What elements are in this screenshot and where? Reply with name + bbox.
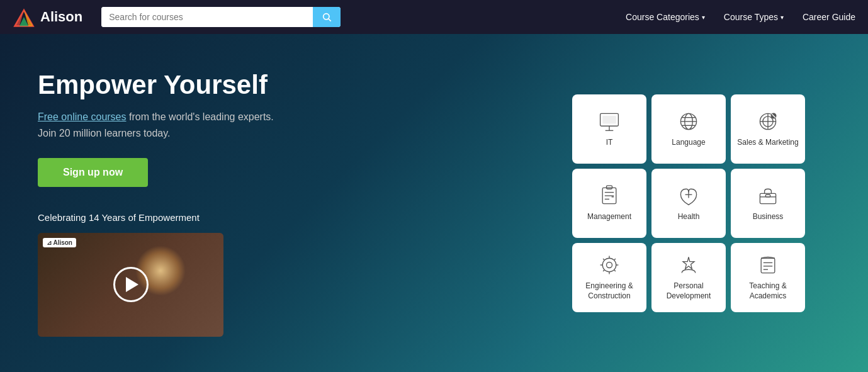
svg-line-40 <box>614 259 616 260</box>
chevron-down-icon: ▾ <box>702 14 705 21</box>
svg-point-33 <box>607 262 612 268</box>
sales-marketing-label: Sales & Marketing <box>737 138 798 148</box>
career-guide-label: Career Guide <box>803 12 855 22</box>
management-label: Management <box>587 212 631 222</box>
celebrating-text: Celebrating 14 Years of Empowerment <box>38 212 415 223</box>
hero-section: Empower Yourself Free online courses fro… <box>0 34 868 372</box>
signup-button[interactable]: Sign up now <box>38 158 148 187</box>
category-health[interactable]: Health <box>651 169 726 238</box>
teaching-label: Teaching & Academics <box>737 281 799 301</box>
category-engineering[interactable]: Engineering & Construction <box>572 243 646 312</box>
course-categories-label: Course Categories <box>626 12 699 22</box>
svg-line-38 <box>603 259 604 260</box>
navbar: Alison Course Categories ▾ Course Types … <box>0 0 868 34</box>
health-icon <box>677 184 700 207</box>
it-icon <box>598 110 621 133</box>
video-watermark: ⊿ Alison <box>43 238 76 247</box>
svg-rect-42 <box>761 258 775 273</box>
management-icon <box>598 184 621 207</box>
language-icon <box>677 110 700 133</box>
hero-content: Empower Yourself Free online courses fro… <box>38 69 415 336</box>
free-courses-link[interactable]: Free online courses <box>38 111 127 122</box>
category-grid: IT Language Sales & Marketing <box>572 94 805 312</box>
health-label: Health <box>678 212 700 222</box>
svg-point-4 <box>324 14 329 20</box>
hero-description: Free online courses from the world's lea… <box>38 111 415 123</box>
business-icon <box>757 184 779 207</box>
search-bar <box>101 7 341 27</box>
course-categories-nav[interactable]: Course Categories ▾ <box>626 12 705 22</box>
svg-line-41 <box>603 270 604 271</box>
business-label: Business <box>753 212 784 222</box>
personal-icon <box>677 254 700 276</box>
course-types-label: Course Types <box>724 12 778 22</box>
course-types-nav[interactable]: Course Types ▾ <box>724 12 784 22</box>
svg-line-5 <box>329 19 331 21</box>
svg-rect-9 <box>602 116 616 124</box>
search-input[interactable] <box>101 7 313 27</box>
chevron-down-icon: ▾ <box>781 14 784 21</box>
career-guide-nav[interactable]: Career Guide <box>803 12 855 22</box>
category-management[interactable]: Management <box>572 169 646 238</box>
hero-desc-suffix: from the world's leading experts. <box>129 111 274 122</box>
category-personal[interactable]: Personal Development <box>651 243 726 312</box>
it-label: IT <box>606 138 613 148</box>
personal-label: Personal Development <box>658 281 719 301</box>
hero-title: Empower Yourself <box>38 69 415 101</box>
hero-sub-text: Join 20 million learners today. <box>38 128 415 139</box>
category-language[interactable]: Language <box>651 94 726 164</box>
teaching-icon <box>757 254 779 276</box>
svg-rect-25 <box>607 186 612 189</box>
category-sales-marketing[interactable]: Sales & Marketing <box>731 94 805 164</box>
logo-text: Alison <box>40 9 82 25</box>
alison-logo-icon <box>13 6 35 28</box>
video-thumbnail[interactable]: ⊿ Alison <box>38 233 223 337</box>
category-teaching[interactable]: Teaching & Academics <box>731 243 805 312</box>
engineering-icon <box>598 254 621 276</box>
svg-line-39 <box>614 270 616 271</box>
svg-point-32 <box>602 258 616 272</box>
logo[interactable]: Alison <box>13 6 82 28</box>
engineering-label: Engineering & Construction <box>578 281 640 301</box>
play-icon <box>126 277 138 292</box>
category-business[interactable]: Business <box>731 169 805 238</box>
sales-icon <box>757 110 779 133</box>
nav-links: Course Categories ▾ Course Types ▾ Caree… <box>626 12 855 22</box>
category-it[interactable]: IT <box>572 94 646 164</box>
language-label: Language <box>672 138 705 148</box>
search-button[interactable] <box>313 7 341 27</box>
search-icon <box>322 12 332 22</box>
play-button[interactable] <box>113 267 149 302</box>
